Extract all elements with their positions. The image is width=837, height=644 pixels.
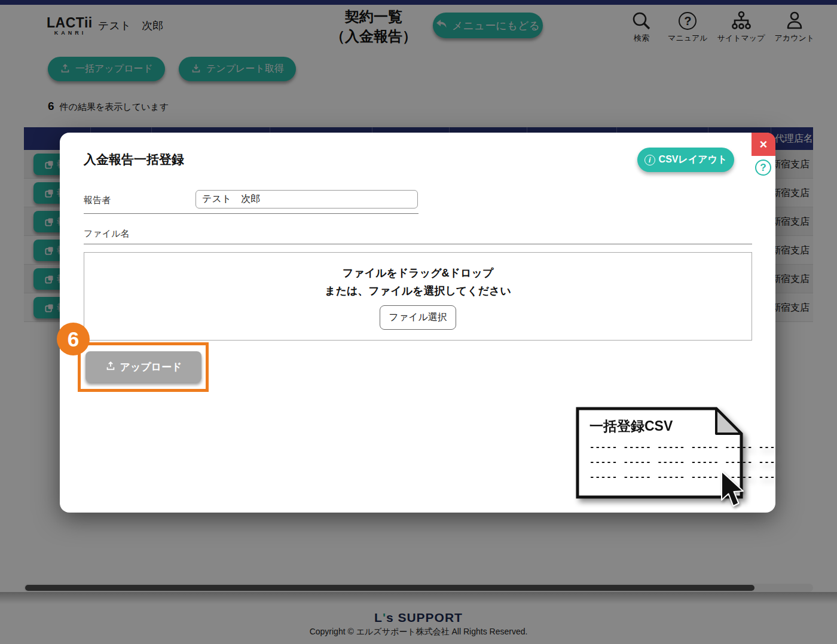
csv-layout-button[interactable]: i CSVレイアウト xyxy=(637,148,734,172)
csv-document-illustration: 一括登録CSV ----- ----- ----- ----- ----- --… xyxy=(575,406,744,499)
file-name-label: ファイル名 xyxy=(84,228,129,240)
help-icon[interactable]: ? xyxy=(755,160,771,176)
upload-icon xyxy=(105,360,116,374)
close-icon: × xyxy=(760,137,768,152)
divider xyxy=(84,213,418,214)
mouse-pointer-icon xyxy=(720,470,746,512)
upload-button[interactable]: アップロード xyxy=(85,351,201,382)
file-select-button[interactable]: ファイル選択 xyxy=(380,305,456,330)
step-number-badge: 6 xyxy=(57,323,90,355)
info-icon: i xyxy=(644,155,655,165)
dropzone-text-line2: または、ファイルを選択してください xyxy=(84,284,752,298)
csv-doc-title: 一括登録CSV xyxy=(589,417,673,436)
reporter-label: 報告者 xyxy=(84,195,111,206)
screen: LACTii KANRI テスト 次郎 契約一覧 （入金報告） メニューにもどる… xyxy=(0,0,837,644)
upload-label: アップロード xyxy=(120,360,182,374)
csv-layout-label: CSVレイアウト xyxy=(659,154,728,166)
close-button[interactable]: × xyxy=(752,133,775,156)
dropzone-text-line1: ファイルをドラッグ&ドロップ xyxy=(84,266,752,280)
csv-doc-dashed-lines: ----- ----- ----- ----- ----- --- ----- … xyxy=(589,440,775,484)
bulk-register-modal: × ? 入金報告一括登録 i CSVレイアウト 報告者 ファイル名 ファイルをド… xyxy=(60,133,775,513)
reporter-input[interactable] xyxy=(195,190,418,208)
modal-title: 入金報告一括登録 xyxy=(84,151,184,168)
file-dropzone[interactable]: ファイルをドラッグ&ドロップ または、ファイルを選択してください ファイル選択 xyxy=(84,252,752,341)
divider xyxy=(84,244,752,244)
